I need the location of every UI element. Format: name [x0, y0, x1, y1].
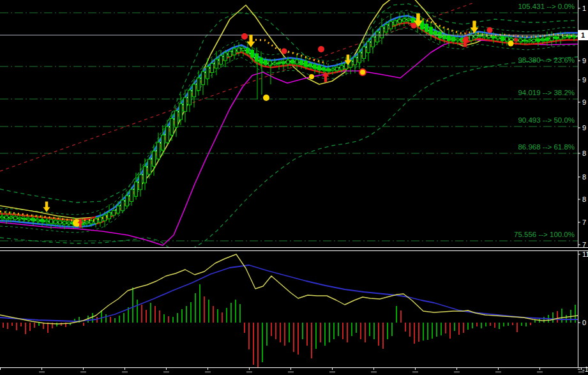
candlestick: [510, 38, 513, 41]
histogram-bar: [414, 323, 415, 344]
signal-dot: [263, 95, 269, 101]
histogram-bar: [289, 323, 290, 342]
candlestick: [23, 218, 26, 219]
candlestick: [54, 220, 57, 224]
signal-dot: [487, 27, 493, 33]
histogram-bar: [186, 306, 187, 323]
candlestick: [175, 111, 178, 128]
candlestick: [19, 218, 22, 219]
candlestick: [372, 37, 375, 47]
histogram-bar: [315, 323, 317, 349]
histogram-bar: [530, 323, 531, 325]
candlestick: [358, 52, 361, 63]
histogram-bar: [34, 323, 35, 328]
candlestick: [229, 51, 232, 56]
histogram-bar: [293, 323, 294, 352]
histogram-bar: [329, 323, 330, 342]
histogram-bar: [61, 323, 62, 326]
candlestick: [541, 39, 545, 41]
candlestick: [59, 221, 62, 224]
histogram-bar: [436, 323, 437, 337]
candlestick: [50, 220, 53, 224]
candlestick: [193, 84, 196, 97]
candlestick: [103, 215, 107, 221]
candlestick: [14, 217, 17, 219]
histogram-bar: [365, 323, 366, 342]
histogram-bar: [16, 323, 17, 330]
histogram-bar: [226, 308, 227, 323]
histogram-bar: [190, 302, 192, 323]
indicator-axis-label: -1: [582, 365, 588, 373]
histogram-bar: [521, 323, 522, 326]
histogram-bar: [38, 323, 40, 326]
cropped-time-label: [80, 371, 86, 373]
histogram-bar: [239, 304, 241, 323]
candlestick: [336, 67, 339, 70]
candlestick: [532, 40, 536, 42]
histogram-bar: [467, 323, 469, 330]
candlestick: [224, 53, 227, 61]
histogram-bar: [172, 317, 174, 323]
candlestick: [506, 37, 509, 41]
histogram-bar: [396, 306, 397, 323]
histogram-bar: [338, 323, 339, 336]
price-axis-label: 7: [582, 218, 586, 226]
histogram-bar: [441, 323, 442, 335]
histogram-bar: [423, 323, 424, 341]
histogram-bar: [485, 323, 486, 326]
candlestick: [135, 182, 138, 197]
candlestick: [148, 159, 151, 174]
histogram-bar: [123, 313, 124, 323]
histogram-bar: [141, 305, 142, 323]
histogram-bar: [387, 323, 388, 339]
chart-canvas[interactable]: 105.431 --> 0.0%98.380 --> 23.6%94.019 -…: [0, 0, 588, 375]
histogram-bar: [409, 323, 411, 337]
histogram-bar: [525, 323, 527, 326]
candlestick: [202, 72, 205, 85]
histogram-bar: [155, 306, 156, 323]
current-price-label: 1: [581, 31, 585, 39]
histogram-bar: [333, 323, 335, 339]
candlestick: [211, 63, 214, 72]
candlestick: [99, 217, 102, 222]
signal-dot: [241, 33, 248, 40]
candlestick: [564, 36, 567, 38]
candlestick: [309, 64, 312, 67]
candlestick: [528, 40, 531, 42]
histogram-bar: [168, 316, 169, 323]
histogram-bar: [508, 323, 509, 326]
histogram-bar: [427, 323, 428, 340]
candlestick: [121, 200, 124, 211]
fib-level-label: 86.968 --> 61.8%: [518, 143, 575, 151]
cropped-time-label: [163, 371, 169, 373]
histogram-bar: [244, 323, 245, 333]
histogram-bar: [324, 323, 326, 346]
histogram-bar: [257, 323, 259, 367]
candlestick: [501, 36, 504, 41]
signal-dot: [508, 41, 514, 47]
histogram-bar: [284, 323, 285, 346]
fib-level-label: 94.019 --> 38.2%: [518, 89, 575, 96]
histogram-bar: [503, 323, 504, 326]
candlestick: [144, 166, 147, 183]
candlestick: [474, 35, 478, 38]
price-axis-label: 7: [582, 241, 586, 249]
histogram-bar: [119, 316, 120, 323]
candlestick: [94, 219, 98, 224]
candlestick: [242, 48, 245, 50]
candlestick: [430, 27, 433, 34]
cropped-time-label: [246, 371, 252, 373]
price-axis-label: 9: [582, 57, 586, 65]
histogram-bar: [3, 323, 4, 328]
histogram-bar: [92, 313, 93, 323]
candlestick: [27, 218, 31, 220]
fib-level-label: 90.493 --> 50.0%: [518, 116, 575, 124]
histogram-bar: [432, 323, 433, 339]
candlestick: [389, 22, 393, 29]
histogram-bar: [543, 317, 545, 323]
current-price-tag: 1: [578, 30, 588, 40]
candlestick: [108, 212, 111, 218]
candlestick: [90, 220, 93, 224]
candlestick: [282, 61, 285, 63]
histogram-bar: [280, 323, 281, 342]
